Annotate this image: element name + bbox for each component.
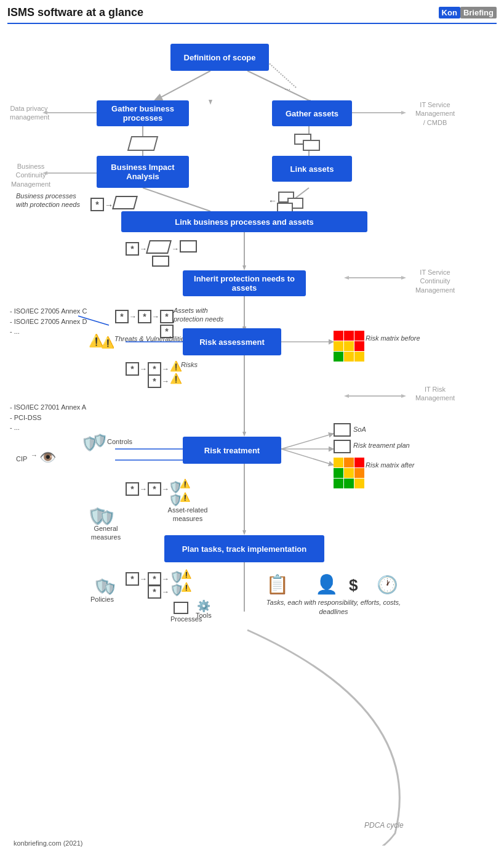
shape-star-pt3: * [148, 585, 161, 599]
svg-line-5 [143, 188, 210, 211]
shape-rtp-doc [334, 440, 351, 453]
label-risk-treatment-plan: Risk treament plan [353, 442, 410, 449]
svg-line-28 [281, 449, 334, 465]
box-business-impact: Business Impact Analysis [97, 156, 189, 188]
shape-process-gather [127, 136, 158, 151]
label-bp-protection: Business processes with protection needs [16, 192, 84, 209]
label-threats: Threats & Vulnerabilities [114, 334, 188, 343]
shape-rect-lbpa2 [152, 256, 169, 267]
label-risk-matrix-after: Risk matrix after [366, 461, 414, 469]
label-iso-27001: - ISO/IEC 27001 Annex A - PCI-DSS - ... [10, 402, 86, 433]
logo-kon: Kon [439, 7, 460, 18]
arrow-into-rects: ← [268, 196, 277, 206]
box-link-assets: Link assets [272, 156, 352, 182]
shape-star-assets2: * [138, 310, 151, 323]
warn-gm2: ⚠️ [180, 492, 190, 502]
label-tasks: Tasks, each with responsibility, efforts… [266, 598, 401, 617]
svg-marker-39 [344, 276, 349, 280]
warn-risks-1: ⚠️ [170, 360, 182, 372]
side-it-service-cont: IT Service Continuity Management [407, 268, 463, 294]
svg-marker-43 [401, 394, 406, 398]
shape-star-assets3: * [160, 310, 174, 323]
svg-marker-37 [401, 111, 406, 115]
eye-icon: 👁️ [39, 450, 56, 466]
header: ISMS software at a glance KonBriefing [7, 6, 497, 24]
shape-para-lbpa [146, 240, 172, 254]
arr-pt3: → [162, 588, 169, 596]
svg-line-26 [281, 434, 334, 449]
page-title: ISMS software at a glance [7, 6, 143, 19]
shape-star-pt2: * [148, 572, 161, 586]
shape-asset-2 [303, 140, 320, 151]
arrow-cip: → [31, 451, 38, 459]
shape-star-pt1: * [126, 572, 139, 586]
warn-gm1: ⚠️ [180, 479, 190, 488]
arr-pt2: → [162, 575, 169, 583]
page-container: ISMS software at a glance KonBriefing [0, 0, 504, 861]
box-inherit-protection: Inherit protection needs to assets [183, 270, 306, 296]
side-it-service-mgmt: IT Service Management / CMDB [407, 100, 463, 127]
shape-star-lbpa: * [126, 242, 139, 256]
box-risk-treatment: Risk treatment [183, 437, 281, 464]
arr-r1: → [140, 365, 147, 373]
arrow-combined-2: → [172, 245, 179, 253]
svg-marker-20 [242, 265, 246, 270]
dollar-icon: $ [349, 576, 358, 595]
shape-para-bp [112, 196, 138, 209]
arrow-assets1: → [129, 312, 137, 321]
label-risk-matrix-before: Risk matrix before [366, 334, 420, 342]
arr-r2: → [162, 365, 169, 373]
ellipsis-top: ... [284, 83, 290, 92]
gear-icon: ⚙️ [197, 599, 210, 613]
warn-pt1: ⚠️ [181, 569, 191, 579]
label-controls: Controls [107, 438, 132, 445]
arrow-assets2: → [152, 312, 159, 321]
svg-line-2 [266, 60, 297, 88]
person-icon: 👤 [315, 573, 338, 595]
label-asset-related: Asset-related measures [160, 506, 215, 523]
shape-star-assets1: * [115, 310, 129, 323]
pdca-label: PDCA cycle [364, 821, 404, 830]
label-risks: Risks [181, 361, 198, 368]
shape-star-risks2: * [148, 362, 161, 376]
warn-icon-2: ⚠️ [101, 336, 114, 349]
svg-marker-17 [209, 100, 212, 105]
logo: KonBriefing [439, 8, 497, 17]
risk-matrix-after [334, 458, 364, 488]
shape-star-gm2: * [148, 482, 161, 496]
shape-proc-doc [174, 602, 188, 614]
shape-rect-lbpa [180, 240, 197, 253]
shield-icon-controls2: 🛡️ [92, 433, 108, 448]
svg-marker-42 [344, 394, 349, 398]
box-link-bpa: Link business processes and assets [121, 211, 367, 232]
shield-policies2: 🛡️ [103, 582, 116, 596]
svg-line-0 [155, 71, 210, 100]
label-soa: SoA [353, 426, 366, 433]
box-definition-scope: Definition of scope [170, 44, 269, 71]
arr-gm1: → [140, 485, 147, 493]
label-iso-27005: - ISO/IEC 27005 Annex C - ISO/IEC 27005 … [10, 306, 87, 337]
shape-star-risks1: * [126, 362, 139, 376]
footer: konbriefing.com (2021) [14, 839, 83, 847]
box-gather-business: Gather business processes [97, 100, 189, 126]
label-general-measures: General measures [81, 524, 130, 542]
arr-pt1: → [140, 575, 147, 583]
side-it-risk-mgmt: IT Risk Management [407, 385, 463, 403]
side-data-privacy: Data privacy management [10, 104, 48, 122]
box-risk-assessment: Risk assessment [183, 328, 281, 355]
box-gather-assets: Gather assets [272, 100, 352, 126]
label-assets-protection: Assets with protection needs [174, 306, 229, 324]
label-cip: CIP [16, 455, 27, 463]
warn-risks-2: ⚠️ [170, 373, 182, 384]
risk-matrix-before [334, 331, 364, 362]
shape-soa-doc [334, 423, 351, 437]
side-business-continuity: Business Continuity Management [10, 162, 52, 188]
svg-marker-15 [242, 432, 246, 437]
label-tools: Tools [196, 612, 212, 619]
arr-r3: → [162, 377, 169, 386]
box-plan-tasks: Plan tasks, track implementation [164, 535, 324, 562]
svg-marker-16 [242, 530, 246, 535]
diagram: Definition of scope ... Gather business … [7, 33, 497, 852]
svg-marker-40 [401, 276, 406, 280]
svg-line-1 [247, 71, 309, 100]
